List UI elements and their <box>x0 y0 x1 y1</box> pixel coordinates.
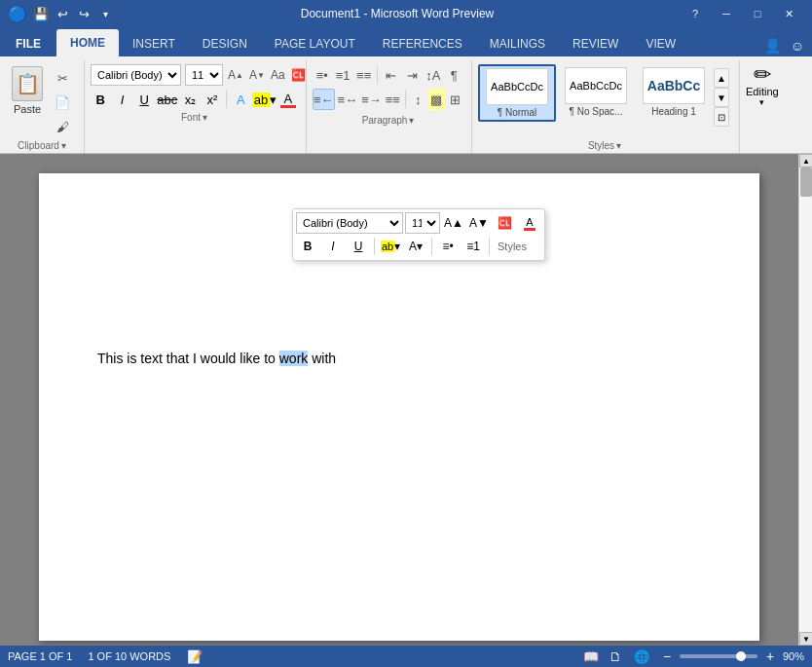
styles-footer[interactable]: Styles ▾ <box>478 138 731 153</box>
scroll-thumb[interactable] <box>800 167 812 197</box>
shading-button[interactable]: ▩ <box>428 89 445 110</box>
tab-references[interactable]: REFERENCES <box>369 31 476 56</box>
numbering-button[interactable]: ≡1 <box>333 64 351 86</box>
close-button[interactable]: ✕ <box>773 0 804 27</box>
tab-design[interactable]: DESIGN <box>189 31 261 56</box>
copy-button[interactable]: 📄 <box>49 91 76 114</box>
styles-scroll-down[interactable]: ▼ <box>714 88 729 107</box>
tab-review[interactable]: REVIEW <box>559 31 632 56</box>
style-no-spacing[interactable]: AaBbCcDc ¶ No Spac... <box>558 64 634 122</box>
strikethrough-button[interactable]: abc <box>156 89 178 110</box>
editing-badge[interactable]: ✏ Editing ▾ <box>746 64 779 107</box>
text-before-selection: This is text that I would like to <box>97 351 279 366</box>
align-right-button[interactable]: ≡→ <box>360 89 383 110</box>
superscript-button[interactable]: x² <box>203 89 222 110</box>
mini-clear-format[interactable]: 🆑 <box>493 212 516 234</box>
paste-button[interactable]: 📋 Paste <box>8 64 47 117</box>
mini-size-select[interactable]: 11 <box>405 212 440 234</box>
line-spacing-button[interactable]: ↕ <box>410 89 426 110</box>
font-color-button[interactable]: A <box>278 89 298 110</box>
decrease-font-size-button[interactable]: A▼ <box>248 64 266 86</box>
change-case-button[interactable]: Aa <box>270 64 286 86</box>
smiley-icon[interactable]: ☺ <box>787 35 808 56</box>
scroll-down-button[interactable]: ▼ <box>799 632 812 646</box>
highlight-button[interactable]: ab▾ <box>253 89 277 110</box>
borders-button[interactable]: ⊞ <box>447 89 463 110</box>
zoom-slider[interactable] <box>680 654 757 658</box>
save-quick-icon[interactable]: 💾 <box>31 4 51 23</box>
align-center-button[interactable]: ≡↔ <box>337 89 359 110</box>
font-color-bar <box>280 105 296 108</box>
mini-increase-font[interactable]: A▲ <box>442 212 465 234</box>
style-normal[interactable]: AaBbCcDc ¶ Normal <box>478 64 556 122</box>
paragraph-footer[interactable]: Paragraph ▾ <box>313 113 463 128</box>
user-account-icon[interactable]: 👤 <box>761 35 783 56</box>
print-layout-icon[interactable]: 🗋 <box>608 648 625 665</box>
scroll-up-button[interactable]: ▲ <box>799 154 812 167</box>
font-name-select[interactable]: Calibri (Body) <box>91 64 181 86</box>
zoom-in-button[interactable]: + <box>761 648 779 665</box>
tab-view[interactable]: VIEW <box>632 31 689 56</box>
tab-mailings[interactable]: MAILINGS <box>476 31 559 56</box>
read-mode-icon[interactable]: 📖 <box>582 648 600 665</box>
font-footer[interactable]: Font ▾ <box>91 110 298 125</box>
justify-button[interactable]: ≡≡ <box>385 89 401 110</box>
sort-button[interactable]: ↕A <box>424 64 442 86</box>
mini-font-color[interactable]: A <box>518 212 541 234</box>
subscript-button[interactable]: x₂ <box>180 89 200 110</box>
tab-page-layout[interactable]: PAGE LAYOUT <box>261 31 369 56</box>
document-page[interactable]: Calibri (Body) 11 A▲ A▼ 🆑 A <box>39 173 759 641</box>
mini-font-color2[interactable]: A▾ <box>404 236 427 257</box>
styles-arrows: ▲ ▼ ⊡ <box>712 64 731 130</box>
clipboard-expand-icon: ▾ <box>61 140 66 151</box>
mini-numbering[interactable]: ≡1 <box>461 236 485 257</box>
increase-indent-button[interactable]: ⇥ <box>403 64 422 86</box>
decrease-indent-button[interactable]: ⇤ <box>382 64 400 86</box>
font-size-select[interactable]: 11 <box>185 64 223 86</box>
mini-bold[interactable]: B <box>296 236 319 257</box>
font-label: Font <box>181 112 201 123</box>
align-left-button[interactable]: ≡← <box>313 89 335 110</box>
mini-bullets[interactable]: ≡• <box>436 236 460 257</box>
zoom-slider-thumb[interactable] <box>736 651 746 661</box>
underline-button[interactable]: U <box>134 89 154 110</box>
mini-highlight[interactable]: ab▾ <box>379 236 402 257</box>
show-marks-button[interactable]: ¶ <box>445 64 463 86</box>
more-quick-icon[interactable]: ▾ <box>95 4 115 23</box>
styles-scroll-up[interactable]: ▲ <box>714 68 729 88</box>
mini-underline[interactable]: U <box>347 236 370 257</box>
clear-formatting-button[interactable]: 🆑 <box>290 64 307 86</box>
format-painter-button[interactable]: 🖌 <box>49 115 76 138</box>
mini-styles-label: Styles <box>494 241 531 252</box>
tab-home[interactable]: HOME <box>56 29 119 56</box>
clipboard-group: 📋 Paste ✂ 📄 🖌 Clipboard ▾ <box>4 60 85 153</box>
tab-file[interactable]: FILE <box>0 31 56 56</box>
clipboard-footer[interactable]: Clipboard ▾ <box>8 138 76 153</box>
italic-button[interactable]: I <box>112 89 131 110</box>
text-effects-button[interactable]: A <box>231 89 250 110</box>
help-button[interactable]: ? <box>680 0 711 27</box>
mini-italic[interactable]: I <box>321 236 345 257</box>
bullets-button[interactable]: ≡• <box>313 64 331 86</box>
redo-quick-icon[interactable]: ↪ <box>74 4 93 23</box>
bold-button[interactable]: B <box>91 89 110 110</box>
increase-font-size-button[interactable]: A▲ <box>227 64 244 86</box>
mini-decrease-font[interactable]: A▼ <box>467 212 491 234</box>
mini-font-select[interactable]: Calibri (Body) <box>296 212 403 234</box>
document-text[interactable]: This is text that I would like to work w… <box>97 349 701 369</box>
format-row: B I U abc x₂ x² A ab▾ A <box>91 89 298 110</box>
undo-quick-icon[interactable]: ↩ <box>53 4 72 23</box>
zoom-out-button[interactable]: − <box>658 648 676 665</box>
paragraph-label: Paragraph <box>362 115 408 126</box>
multilevel-list-button[interactable]: ≡≡ <box>354 64 373 86</box>
minimize-button[interactable]: ─ <box>711 0 742 27</box>
proofing-icon[interactable]: 📝 <box>186 648 203 665</box>
tab-insert[interactable]: INSERT <box>119 31 189 56</box>
cut-button[interactable]: ✂ <box>49 66 76 90</box>
styles-more[interactable]: ⊡ <box>714 107 729 127</box>
style-heading1[interactable]: AaBbCc Heading 1 <box>636 64 712 122</box>
paragraph-group: ≡• ≡1 ≡≡ ⇤ ⇥ ↕A ¶ ≡← ≡↔ ≡→ ≡≡ ↕ ▩ ⊞ Para… <box>307 60 472 153</box>
web-layout-icon[interactable]: 🌐 <box>633 648 650 665</box>
maximize-button[interactable]: □ <box>742 0 773 27</box>
window-title: Document1 - Microsoft Word Preview <box>115 7 680 20</box>
